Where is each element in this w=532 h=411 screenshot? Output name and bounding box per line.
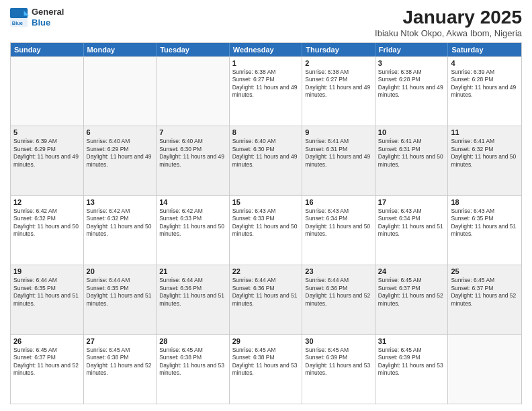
cell-info: Sunrise: 6:43 AMSunset: 6:35 PMDaylight:…: [451, 208, 519, 238]
day-number: 17: [378, 198, 445, 206]
calendar-cell: 12Sunrise: 6:42 AMSunset: 6:32 PMDayligh…: [11, 196, 84, 265]
calendar-cell: 7Sunrise: 6:40 AMSunset: 6:30 PMDaylight…: [157, 126, 230, 195]
cell-info: Sunrise: 6:45 AMSunset: 6:38 PMDaylight:…: [87, 347, 154, 377]
day-number: 11: [451, 128, 519, 136]
calendar-cell: [11, 57, 84, 126]
day-number: 27: [87, 337, 154, 345]
calendar: SundayMondayTuesdayWednesdayThursdayFrid…: [10, 42, 522, 404]
calendar-cell: 13Sunrise: 6:42 AMSunset: 6:32 PMDayligh…: [84, 196, 157, 265]
day-number: 15: [232, 198, 300, 206]
calendar-cell: 3Sunrise: 6:38 AMSunset: 6:28 PMDaylight…: [375, 57, 449, 126]
cell-info: Sunrise: 6:45 AMSunset: 6:39 PMDaylight:…: [378, 347, 445, 377]
day-number: 24: [378, 267, 445, 275]
title-block: January 2025 Ibiaku Ntok Okpo, Akwa Ibom…: [375, 7, 522, 38]
day-number: 14: [159, 198, 226, 206]
cell-info: Sunrise: 6:38 AMSunset: 6:28 PMDaylight:…: [378, 68, 445, 99]
day-number: 13: [87, 198, 154, 206]
day-number: 20: [87, 267, 154, 275]
cell-info: Sunrise: 6:39 AMSunset: 6:29 PMDaylight:…: [13, 138, 81, 169]
day-number: 22: [232, 267, 300, 275]
day-number: 8: [232, 128, 300, 136]
day-number: 6: [87, 128, 154, 136]
calendar-row-3: 12Sunrise: 6:42 AMSunset: 6:32 PMDayligh…: [11, 195, 521, 265]
cell-info: Sunrise: 6:39 AMSunset: 6:28 PMDaylight:…: [451, 68, 519, 99]
cell-info: Sunrise: 6:38 AMSunset: 6:27 PMDaylight:…: [232, 68, 300, 99]
day-number: 21: [159, 267, 226, 275]
calendar-cell: 15Sunrise: 6:43 AMSunset: 6:33 PMDayligh…: [230, 196, 303, 265]
calendar-cell: 16Sunrise: 6:43 AMSunset: 6:34 PMDayligh…: [302, 196, 375, 265]
cell-info: Sunrise: 6:40 AMSunset: 6:29 PMDaylight:…: [87, 138, 154, 169]
cell-info: Sunrise: 6:40 AMSunset: 6:30 PMDaylight:…: [159, 138, 226, 169]
calendar-row-1: 1Sunrise: 6:38 AMSunset: 6:27 PMDaylight…: [11, 56, 521, 126]
cell-info: Sunrise: 6:44 AMSunset: 6:36 PMDaylight:…: [305, 277, 372, 308]
cell-info: Sunrise: 6:45 AMSunset: 6:37 PMDaylight:…: [13, 347, 81, 377]
calendar-cell: 18Sunrise: 6:43 AMSunset: 6:35 PMDayligh…: [448, 196, 521, 265]
day-number: 28: [159, 337, 226, 345]
day-number: 1: [232, 59, 300, 67]
header-day-friday: Friday: [375, 43, 449, 56]
cell-info: Sunrise: 6:45 AMSunset: 6:38 PMDaylight:…: [159, 347, 226, 377]
svg-text:Blue: Blue: [12, 20, 23, 26]
calendar-cell: 1Sunrise: 6:38 AMSunset: 6:27 PMDaylight…: [230, 57, 303, 126]
cell-info: Sunrise: 6:44 AMSunset: 6:36 PMDaylight:…: [159, 277, 226, 308]
cell-info: Sunrise: 6:43 AMSunset: 6:33 PMDaylight:…: [232, 208, 300, 238]
day-number: 29: [232, 337, 300, 345]
calendar-cell: 30Sunrise: 6:45 AMSunset: 6:39 PMDayligh…: [302, 335, 375, 404]
calendar-cell: 19Sunrise: 6:44 AMSunset: 6:35 PMDayligh…: [11, 265, 84, 334]
day-number: 9: [305, 128, 372, 136]
cell-info: Sunrise: 6:41 AMSunset: 6:32 PMDaylight:…: [451, 138, 519, 169]
calendar-row-5: 26Sunrise: 6:45 AMSunset: 6:37 PMDayligh…: [11, 334, 521, 404]
day-number: 30: [305, 337, 372, 345]
calendar-cell: 9Sunrise: 6:41 AMSunset: 6:31 PMDaylight…: [302, 126, 375, 195]
day-number: 31: [378, 337, 445, 345]
cell-info: Sunrise: 6:41 AMSunset: 6:31 PMDaylight:…: [305, 138, 372, 169]
calendar-header: SundayMondayTuesdayWednesdayThursdayFrid…: [11, 43, 521, 56]
day-number: 19: [13, 267, 81, 275]
cell-info: Sunrise: 6:45 AMSunset: 6:39 PMDaylight:…: [305, 347, 372, 377]
day-number: 16: [305, 198, 372, 206]
calendar-cell: 23Sunrise: 6:44 AMSunset: 6:36 PMDayligh…: [302, 265, 375, 334]
day-number: 2: [305, 59, 372, 67]
day-number: 18: [451, 198, 519, 206]
cell-info: Sunrise: 6:42 AMSunset: 6:33 PMDaylight:…: [159, 208, 226, 238]
calendar-cell: 2Sunrise: 6:38 AMSunset: 6:27 PMDaylight…: [302, 57, 375, 126]
logo: Blue General Blue: [10, 7, 64, 28]
header-day-monday: Monday: [84, 43, 157, 56]
header-day-wednesday: Wednesday: [230, 43, 303, 56]
cell-info: Sunrise: 6:44 AMSunset: 6:36 PMDaylight:…: [232, 277, 300, 308]
header-day-thursday: Thursday: [302, 43, 375, 56]
cell-info: Sunrise: 6:43 AMSunset: 6:34 PMDaylight:…: [378, 208, 445, 238]
calendar-cell: 5Sunrise: 6:39 AMSunset: 6:29 PMDaylight…: [11, 126, 84, 195]
calendar-cell: [157, 57, 230, 126]
calendar-cell: [448, 335, 521, 404]
cell-info: Sunrise: 6:43 AMSunset: 6:34 PMDaylight:…: [305, 208, 372, 238]
day-number: 26: [13, 337, 81, 345]
calendar-cell: 29Sunrise: 6:45 AMSunset: 6:38 PMDayligh…: [230, 335, 303, 404]
calendar-cell: [84, 57, 157, 126]
day-number: 4: [451, 59, 519, 67]
calendar-row-4: 19Sunrise: 6:44 AMSunset: 6:35 PMDayligh…: [11, 265, 521, 334]
header-day-saturday: Saturday: [448, 43, 521, 56]
day-number: 3: [378, 59, 445, 67]
calendar-cell: 10Sunrise: 6:41 AMSunset: 6:31 PMDayligh…: [375, 126, 449, 195]
calendar-cell: 6Sunrise: 6:40 AMSunset: 6:29 PMDaylight…: [84, 126, 157, 195]
calendar-cell: 11Sunrise: 6:41 AMSunset: 6:32 PMDayligh…: [448, 126, 521, 195]
calendar-cell: 4Sunrise: 6:39 AMSunset: 6:28 PMDaylight…: [448, 57, 521, 126]
calendar-cell: 14Sunrise: 6:42 AMSunset: 6:33 PMDayligh…: [157, 196, 230, 265]
day-number: 10: [378, 128, 445, 136]
calendar-cell: 20Sunrise: 6:44 AMSunset: 6:35 PMDayligh…: [84, 265, 157, 334]
calendar-cell: 24Sunrise: 6:45 AMSunset: 6:37 PMDayligh…: [375, 265, 449, 334]
day-number: 5: [13, 128, 81, 136]
cell-info: Sunrise: 6:44 AMSunset: 6:35 PMDaylight:…: [87, 277, 154, 308]
cell-info: Sunrise: 6:44 AMSunset: 6:35 PMDaylight:…: [13, 277, 81, 308]
calendar-cell: 25Sunrise: 6:45 AMSunset: 6:37 PMDayligh…: [448, 265, 521, 334]
logo-icon: Blue: [10, 8, 29, 27]
calendar-cell: 26Sunrise: 6:45 AMSunset: 6:37 PMDayligh…: [11, 335, 84, 404]
cell-info: Sunrise: 6:45 AMSunset: 6:38 PMDaylight:…: [232, 347, 300, 377]
page-header: Blue General Blue January 2025 Ibiaku Nt…: [10, 7, 522, 38]
month-title: January 2025: [375, 7, 522, 28]
day-number: 23: [305, 267, 372, 275]
day-number: 12: [13, 198, 81, 206]
calendar-cell: 21Sunrise: 6:44 AMSunset: 6:36 PMDayligh…: [157, 265, 230, 334]
calendar-cell: 22Sunrise: 6:44 AMSunset: 6:36 PMDayligh…: [230, 265, 303, 334]
